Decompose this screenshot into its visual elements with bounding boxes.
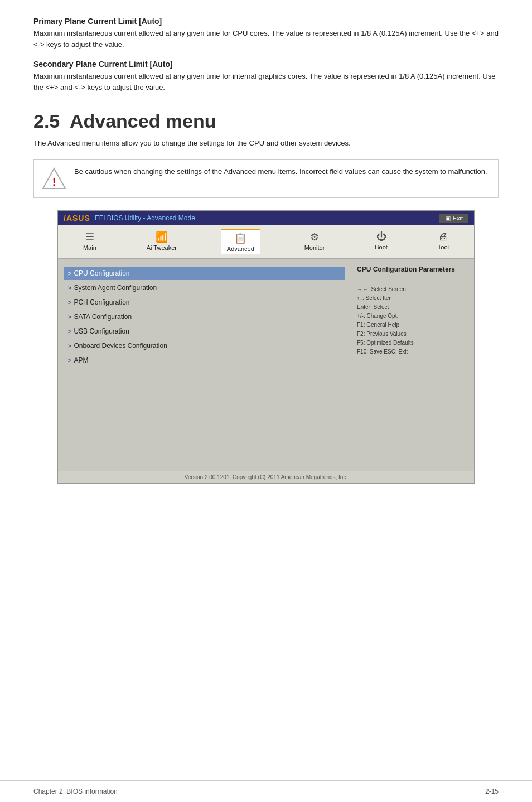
asus-logo: /ASUS [64,214,90,223]
key-select-item: ↑↓: Select Item [357,294,468,303]
nav-main-label: Main [83,244,96,251]
menu-arrow-system-agent: > [68,284,71,291]
key-f10: F10: Save ESC: Exit [357,347,468,356]
menu-arrow-onboard: > [68,342,71,349]
nav-monitor-icon: ⚙ [310,231,319,243]
exit-icon: ▣ [445,215,451,222]
key-f2: F2: Previous Values [357,330,468,339]
menu-label-sata: SATA Configuration [74,313,132,321]
bios-keys: →←: Select Screen ↑↓: Select Item Enter:… [357,285,468,356]
nav-boot[interactable]: ⏻ Boot [369,229,393,254]
chapter-intro: The Advanced menu items allow you to cha… [33,138,499,149]
footer-left: Chapter 2: BIOS information [33,787,118,795]
bios-title-text: EFI BIOS Utility - Advanced Mode [95,214,195,222]
menu-item-cpu-configuration[interactable]: > CPU Configuration [64,267,345,280]
nav-boot-icon: ⏻ [376,231,386,243]
secondary-limit-section: Secondary Plane Current Limit [Auto] Max… [33,60,499,93]
nav-monitor-label: Monitor [304,244,325,251]
exit-label: Exit [453,215,463,221]
bios-nav: ☰ Main 📶 Ai Tweaker 📋 Advanced ⚙ Monitor… [58,225,474,259]
key-select-screen: →←: Select Screen [357,285,468,294]
nav-tool-icon: 🖨 [438,231,448,243]
nav-monitor[interactable]: ⚙ Monitor [299,229,331,254]
nav-main-icon: ☰ [85,231,94,243]
key-change-opt: +/-: Change Opt. [357,312,468,321]
menu-arrow-sata: > [68,313,71,320]
bios-container: /ASUS EFI BIOS Utility - Advanced Mode ▣… [57,210,475,484]
menu-item-onboard[interactable]: > Onboard Devices Configuration [64,339,345,352]
nav-advanced-label: Advanced [227,245,254,252]
nav-ai-tweaker-label: Ai Tweaker [147,244,177,251]
menu-label-apm: APM [74,356,88,364]
svg-text:!: ! [52,176,56,188]
key-enter: Enter: Select [357,303,468,312]
menu-arrow-apm: > [68,357,71,364]
bios-help-panel: CPU Configuration Parameters →←: Select … [351,259,474,471]
nav-advanced-icon: 📋 [234,232,246,244]
bios-titlebar-left: /ASUS EFI BIOS Utility - Advanced Mode [64,214,195,223]
menu-label-system-agent: System Agent Configuration [74,284,157,292]
key-f1: F1: General Help [357,321,468,330]
nav-boot-label: Boot [375,244,388,250]
chapter-heading: 2.5 Advanced menu [33,110,499,132]
menu-item-sata[interactable]: > SATA Configuration [64,310,345,323]
menu-item-apm[interactable]: > APM [64,354,345,367]
bios-exit-button[interactable]: ▣ Exit [439,214,468,223]
warning-text: Be cautious when changing the settings o… [74,166,487,177]
page-footer: Chapter 2: BIOS information 2-15 [0,780,532,802]
menu-label-cpu: CPU Configuration [74,269,129,277]
bios-menu-panel: > CPU Configuration > System Agent Confi… [58,259,351,471]
menu-arrow-pch: > [68,299,71,306]
menu-label-pch: PCH Configuration [74,298,129,306]
bios-footer: Version 2.00.1201. Copyright (C) 2011 Am… [58,471,474,483]
bios-version: Version 2.00.1201. Copyright (C) 2011 Am… [185,474,347,480]
footer-right: 2-15 [485,787,499,795]
menu-label-onboard: Onboard Devices Configuration [74,342,167,350]
bios-titlebar: /ASUS EFI BIOS Utility - Advanced Mode ▣… [58,211,474,225]
key-f5: F5: Optimized Defaults [357,339,468,347]
help-divider [357,279,468,279]
menu-item-system-agent[interactable]: > System Agent Configuration [64,281,345,294]
help-title: CPU Configuration Parameters [357,265,468,273]
nav-ai-tweaker-icon: 📶 [156,231,168,243]
menu-item-pch[interactable]: > PCH Configuration [64,296,345,309]
nav-ai-tweaker[interactable]: 📶 Ai Tweaker [141,229,182,254]
bios-body: > CPU Configuration > System Agent Confi… [58,259,474,471]
menu-label-usb: USB Configuration [74,327,129,335]
chapter-number: 2.5 [33,110,60,132]
nav-tool[interactable]: 🖨 Tool [432,229,454,254]
menu-arrow-cpu: > [68,270,71,277]
secondary-limit-description: Maximum instantaneous current allowed at… [33,71,499,93]
secondary-limit-heading: Secondary Plane Current Limit [Auto] [33,60,499,69]
primary-limit-heading: Primary Plane Current Limit [Auto] [33,17,499,26]
primary-limit-description: Maximum instantaneous current allowed at… [33,28,499,50]
menu-arrow-usb: > [68,328,71,335]
primary-limit-section: Primary Plane Current Limit [Auto] Maxim… [33,17,499,50]
menu-item-usb[interactable]: > USB Configuration [64,325,345,338]
warning-box: ! Be cautious when changing the settings… [33,159,499,198]
nav-main[interactable]: ☰ Main [78,229,102,254]
nav-advanced[interactable]: 📋 Advanced [221,229,260,254]
chapter-title: Advanced menu [70,110,216,132]
nav-tool-label: Tool [438,244,449,250]
warning-icon: ! [42,166,66,191]
